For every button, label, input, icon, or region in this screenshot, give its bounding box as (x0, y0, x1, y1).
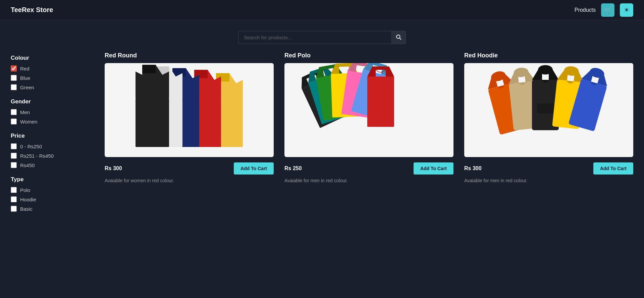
search-input[interactable] (238, 31, 391, 44)
colour-filter-title: Colour (11, 55, 91, 61)
price-0-250-label: 0 - Rs250 (20, 144, 42, 149)
products-area: Red Round (105, 52, 633, 220)
search-button[interactable] (391, 31, 406, 44)
colour-red-label: Red (20, 66, 30, 71)
product-desc-red-polo: Avaiable for men in red colour. (284, 178, 453, 183)
gender-women-label: Women (20, 119, 37, 125)
navbar-right: Products 🛒 ☀ (575, 3, 633, 17)
gender-men-label: Men (20, 109, 30, 115)
search-section (0, 20, 644, 52)
gender-men-option[interactable]: Men (11, 109, 91, 115)
product-title-red-round: Red Round (105, 52, 274, 59)
svg-line-1 (399, 38, 401, 39)
type-polo-checkbox[interactable] (11, 187, 17, 193)
type-polo-label: Polo (20, 187, 30, 193)
price-450-label: Rs450 (20, 162, 35, 168)
type-filter-section: Type Polo Hoodie Basic (11, 176, 91, 212)
type-hoodie-option[interactable]: Hoodie (11, 196, 91, 202)
price-251-450-label: Rs251 - Rs450 (20, 153, 54, 159)
product-footer-red-round: Rs 300 Add To Cart (105, 162, 274, 175)
gender-filter-title: Gender (11, 98, 91, 105)
colour-filter-section: Colour Red Blue Green (11, 55, 91, 90)
product-desc-red-round: Avaiable for women in red colour. (105, 178, 274, 183)
product-price-red-hoodie: Rs 300 (464, 165, 482, 171)
sun-icon: ☀ (624, 6, 629, 14)
type-polo-option[interactable]: Polo (11, 187, 91, 193)
colour-blue-checkbox[interactable] (11, 75, 17, 81)
colour-green-option[interactable]: Green (11, 84, 91, 90)
colour-red-checkbox[interactable] (11, 65, 17, 71)
cart-button[interactable]: 🛒 (601, 3, 614, 17)
colour-blue-option[interactable]: Blue (11, 75, 91, 81)
price-450-checkbox[interactable] (11, 162, 17, 168)
search-icon (395, 34, 401, 41)
price-0-250-checkbox[interactable] (11, 143, 17, 149)
colour-red-option[interactable]: Red (11, 65, 91, 71)
price-251-450-option[interactable]: Rs251 - Rs450 (11, 153, 91, 159)
add-to-cart-red-hoodie[interactable]: Add To Cart (593, 162, 633, 175)
product-footer-red-hoodie: Rs 300 Add To Cart (464, 162, 633, 175)
products-grid: Red Round (105, 52, 633, 183)
price-filter-section: Price 0 - Rs250 Rs251 - Rs450 Rs450 (11, 133, 91, 168)
colour-green-checkbox[interactable] (11, 84, 17, 90)
theme-toggle-button[interactable]: ☀ (620, 3, 633, 17)
product-image-red-polo (284, 63, 453, 157)
colour-blue-label: Blue (20, 75, 30, 81)
product-image-red-hoodie (464, 63, 633, 157)
type-hoodie-label: Hoodie (20, 197, 36, 202)
colour-green-label: Green (20, 85, 34, 90)
gender-filter-section: Gender Men Women (11, 98, 91, 125)
price-filter-title: Price (11, 133, 91, 139)
brand-logo: TeeRex Store (11, 6, 53, 14)
product-card-red-polo: Red Polo (284, 52, 453, 183)
price-450-option[interactable]: Rs450 (11, 162, 91, 168)
products-nav-link[interactable]: Products (575, 7, 596, 13)
product-desc-red-hoodie: Avaiable for men in red colour. (464, 178, 633, 183)
product-card-red-round: Red Round (105, 52, 274, 183)
type-basic-option[interactable]: Basic (11, 206, 91, 212)
product-title-red-polo: Red Polo (284, 52, 453, 59)
product-image-red-round (105, 63, 274, 157)
search-wrapper (238, 31, 406, 44)
gender-women-option[interactable]: Women (11, 118, 91, 125)
product-price-red-polo: Rs 250 (284, 165, 302, 171)
type-basic-checkbox[interactable] (11, 206, 17, 212)
main-layout: Colour Red Blue Green Gender Men (0, 52, 644, 233)
product-price-red-round: Rs 300 (105, 165, 122, 171)
svg-rect-20 (537, 103, 554, 113)
product-footer-red-polo: Rs 250 Add To Cart (284, 162, 453, 175)
gender-women-checkbox[interactable] (11, 118, 17, 125)
type-hoodie-checkbox[interactable] (11, 196, 17, 202)
svg-rect-13 (367, 77, 394, 127)
sidebar: Colour Red Blue Green Gender Men (11, 52, 91, 220)
type-filter-title: Type (11, 176, 91, 183)
price-0-250-option[interactable]: 0 - Rs250 (11, 143, 91, 149)
svg-rect-6 (136, 98, 169, 147)
gender-men-checkbox[interactable] (11, 109, 17, 115)
cart-icon: 🛒 (604, 6, 611, 14)
type-basic-label: Basic (20, 206, 33, 212)
add-to-cart-red-round[interactable]: Add To Cart (234, 162, 274, 175)
add-to-cart-red-polo[interactable]: Add To Cart (414, 162, 453, 175)
navbar: TeeRex Store Products 🛒 ☀ (0, 0, 644, 20)
product-title-red-hoodie: Red Hoodie (464, 52, 633, 59)
price-251-450-checkbox[interactable] (11, 153, 17, 159)
product-card-red-hoodie: Red Hoodie (464, 52, 633, 183)
